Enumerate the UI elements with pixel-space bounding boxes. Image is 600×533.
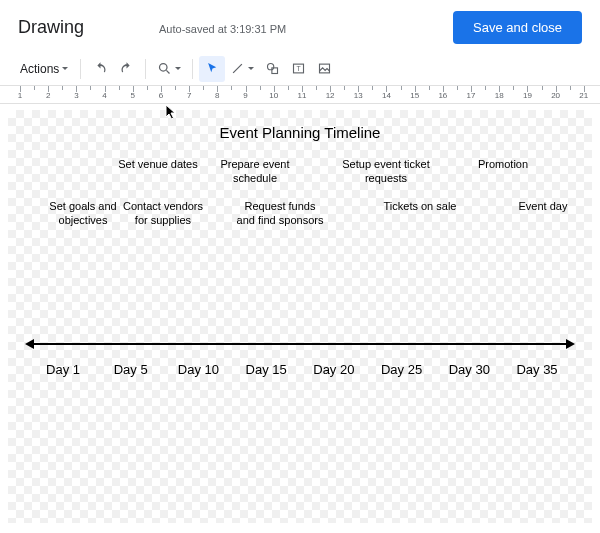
arrowhead-left-icon	[25, 339, 34, 349]
event-label[interactable]: Set goals and objectives	[38, 200, 128, 228]
ruler-number: 18	[495, 91, 504, 100]
ruler-number: 10	[269, 91, 278, 100]
event-label[interactable]: Event day	[498, 200, 588, 214]
timeline-line	[30, 343, 570, 345]
textbox-icon: T	[291, 61, 306, 76]
ruler-number: 7	[187, 91, 191, 100]
ruler-number: 17	[467, 91, 476, 100]
image-icon	[317, 61, 332, 76]
textbox-tool-button[interactable]: T	[285, 56, 311, 82]
day-label[interactable]: Day 20	[313, 362, 354, 377]
event-label[interactable]: Prepare event schedule	[210, 158, 300, 186]
ruler-number: 2	[46, 91, 50, 100]
ruler-number: 14	[382, 91, 391, 100]
dialog-header: Drawing Auto-saved at 3:19:31 PM Save an…	[0, 0, 600, 52]
select-tool-button[interactable]	[199, 56, 225, 82]
chevron-down-icon	[248, 67, 254, 73]
ruler-number: 21	[579, 91, 588, 100]
undo-icon	[93, 61, 108, 76]
event-label[interactable]: Tickets on sale	[375, 200, 465, 214]
day-label[interactable]: Day 1	[46, 362, 80, 377]
day-label[interactable]: Day 35	[516, 362, 557, 377]
horizontal-ruler: 123456789101112131415161718192021	[0, 86, 600, 104]
image-tool-button[interactable]	[311, 56, 337, 82]
canvas-viewport[interactable]: Event Planning Timeline Set venue datesP…	[0, 104, 600, 533]
chevron-down-icon	[175, 67, 181, 73]
ruler-number: 12	[326, 91, 335, 100]
redo-button[interactable]	[113, 56, 139, 82]
shape-tool-button[interactable]	[259, 56, 285, 82]
event-label[interactable]: Request funds and find sponsors	[235, 200, 325, 228]
ruler-number: 13	[354, 91, 363, 100]
ruler-number: 8	[215, 91, 219, 100]
autosave-status: Auto-saved at 3:19:31 PM	[159, 23, 286, 35]
dialog-title: Drawing	[18, 17, 84, 38]
redo-icon	[119, 61, 134, 76]
ruler-number: 20	[551, 91, 560, 100]
zoom-icon	[157, 61, 172, 76]
actions-menu-label: Actions	[20, 62, 59, 76]
day-label[interactable]: Day 30	[449, 362, 490, 377]
toolbar-separator	[80, 59, 81, 79]
ruler-number: 3	[74, 91, 78, 100]
line-icon	[230, 61, 245, 76]
ruler-number: 15	[410, 91, 419, 100]
event-label[interactable]: Setup event ticket requests	[341, 158, 431, 186]
day-label[interactable]: Day 10	[178, 362, 219, 377]
undo-button[interactable]	[87, 56, 113, 82]
svg-point-3	[267, 64, 273, 70]
event-label[interactable]: Contact vendors for supplies	[118, 200, 208, 228]
line-tool-button[interactable]	[225, 56, 259, 82]
drawing-canvas[interactable]: Event Planning Timeline Set venue datesP…	[8, 110, 592, 523]
event-label[interactable]: Promotion	[458, 158, 548, 172]
arrowhead-right-icon	[566, 339, 575, 349]
svg-text:T: T	[296, 65, 301, 72]
svg-point-0	[160, 64, 168, 72]
toolbar: Actions T	[0, 52, 600, 86]
toolbar-separator	[145, 59, 146, 79]
ruler-number: 19	[523, 91, 532, 100]
drawing-title-text[interactable]: Event Planning Timeline	[8, 124, 592, 141]
ruler-number: 4	[102, 91, 106, 100]
svg-line-1	[167, 70, 170, 73]
zoom-button[interactable]	[152, 56, 186, 82]
ruler-number: 16	[438, 91, 447, 100]
svg-rect-7	[319, 64, 329, 73]
toolbar-separator	[192, 59, 193, 79]
day-label[interactable]: Day 15	[246, 362, 287, 377]
save-and-close-button[interactable]: Save and close	[453, 11, 582, 44]
ruler-number: 1	[18, 91, 22, 100]
day-label[interactable]: Day 5	[114, 362, 148, 377]
actions-menu-button[interactable]: Actions	[14, 58, 74, 80]
cursor-icon	[205, 61, 220, 76]
ruler-number: 6	[159, 91, 163, 100]
shape-icon	[265, 61, 280, 76]
ruler-number: 11	[297, 91, 306, 100]
timeline-arrow[interactable]	[30, 343, 570, 345]
svg-line-2	[233, 64, 242, 73]
day-label[interactable]: Day 25	[381, 362, 422, 377]
ruler-number: 5	[131, 91, 135, 100]
ruler-number: 9	[243, 91, 247, 100]
event-label[interactable]: Set venue dates	[113, 158, 203, 172]
